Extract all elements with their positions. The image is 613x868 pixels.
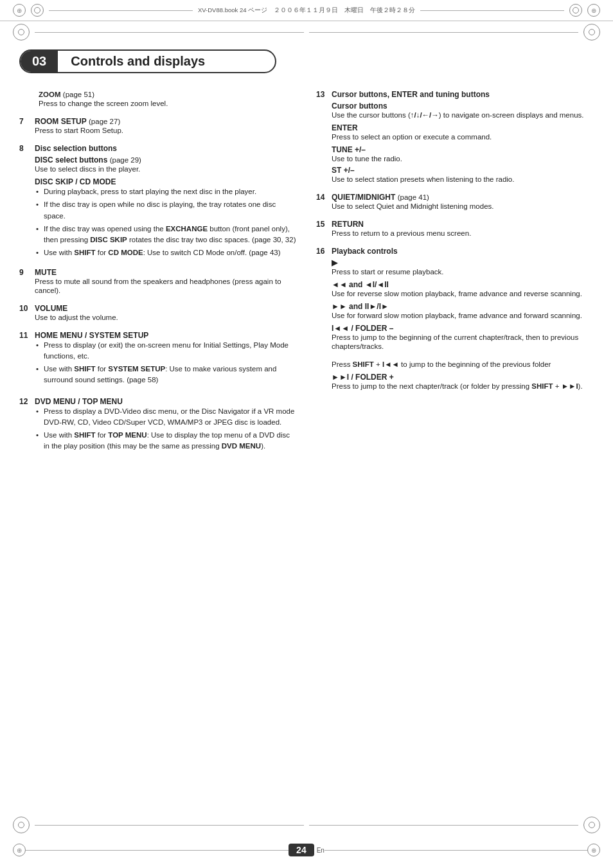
item13-label: Cursor buttons, ENTER and tuning buttons xyxy=(332,90,490,99)
disc-skip-bullet-3: If the disc tray was opened using the EX… xyxy=(35,224,297,246)
cursor-title: Cursor buttons xyxy=(332,102,387,111)
item9-number: 9 xyxy=(19,268,30,295)
header-line-left xyxy=(49,10,193,11)
item11-section: 11 HOME MENU / SYSTEM SETUP Press to dis… xyxy=(19,331,297,388)
page-footer: ⊕ 24 En ⊕ xyxy=(0,844,613,856)
item7-section: 7 ROOM SETUP (page 27) Press to start Ro… xyxy=(19,117,297,135)
chapter-header: 03 Controls and displays xyxy=(19,49,276,73)
item16-subsections: ▶ Press to start or resume playback. ◄◄ … xyxy=(332,258,594,391)
header-file-info: XV-DV88.book 24 ページ ２００６年１１月９日 木曜日 午後２時２… xyxy=(198,6,415,15)
st-subsection: ST +/– Use to select station presets whe… xyxy=(332,166,594,184)
tune-description: Use to tune the radio. xyxy=(332,155,402,163)
chapter-title: Controls and displays xyxy=(58,51,218,72)
right-column: 13 Cursor buttons, ENTER and tuning butt… xyxy=(316,90,594,463)
play-description: Press to start or resume playback. xyxy=(332,268,443,276)
enter-title: ENTER xyxy=(332,123,358,132)
rew-subsection: ◄◄ and ◄I/◄II Use for reverse slow motio… xyxy=(332,280,594,298)
item13-section: 13 Cursor buttons, ENTER and tuning butt… xyxy=(316,90,594,184)
item12-bullets: Press to display a DVD-Video disc menu, … xyxy=(35,406,297,452)
st-title: ST +/– xyxy=(332,166,355,175)
item16-label: Playback controls xyxy=(332,247,398,256)
fwd-symbol: ►► and II►/I► xyxy=(332,302,389,311)
item9-description: Press to mute all sound from the speaker… xyxy=(35,278,281,294)
page-header: ⊕ XV-DV88.book 24 ページ ２００６年１１月９日 木曜日 午後２… xyxy=(0,0,613,21)
item15-description: Press to return to a previous menu scree… xyxy=(332,229,471,237)
rew-description: Use for reverse slow motion playback, fr… xyxy=(332,290,582,297)
disc-skip-title: DISC SKIP / CD MODE xyxy=(35,177,116,186)
tune-title: TUNE +/– xyxy=(332,145,366,154)
disc-select-page-ref: (page 29) xyxy=(110,156,141,164)
item12-number: 12 xyxy=(19,397,30,454)
page-number: 24 xyxy=(289,844,314,856)
disc-select-subsection: DISC select buttons (page 29) Use to sel… xyxy=(35,155,297,173)
footer-reg-right: ⊕ xyxy=(587,844,600,856)
next-description: Press to jump to the next chapter/track … xyxy=(332,382,583,390)
item14-section: 14 QUIET/MIDNIGHT (page 41) Use to selec… xyxy=(316,193,594,211)
header-reg-left: ⊕ xyxy=(13,4,26,17)
item10-section: 10 VOLUME Use to adjust the volume. xyxy=(19,304,297,322)
page-number-area: 24 En xyxy=(289,844,324,856)
item7-page-ref: (page 27) xyxy=(89,118,120,125)
rew-symbol: ◄◄ and ◄I/◄II xyxy=(332,280,389,289)
item8-section: 8 Disc selection buttons DISC select but… xyxy=(19,144,297,259)
item11-number: 11 xyxy=(19,331,30,388)
disc-skip-subsection: DISC SKIP / CD MODE During playback, pre… xyxy=(35,177,297,259)
corner-circle-topleft xyxy=(13,24,30,40)
zoom-description: Press to change the screen zoom level. xyxy=(39,100,168,107)
zoom-page-ref: (page 51) xyxy=(63,91,94,98)
item9-section: 9 MUTE Press to mute all sound from the … xyxy=(19,268,297,295)
item12-bullet-1: Press to display a DVD-Video disc menu, … xyxy=(35,406,297,429)
next-subsection: ►►I / FOLDER + Press to jump to the next… xyxy=(332,373,594,391)
left-column: ZOOM (page 51) Press to change the scree… xyxy=(19,90,297,463)
item16-section: 16 Playback controls ▶ Press to start or… xyxy=(316,247,594,391)
tune-subsection: TUNE +/– Use to tune the radio. xyxy=(332,145,594,163)
corner-circle-bottomright xyxy=(583,817,600,833)
prev-subsection: I◄◄ / FOLDER – Press to jump to the begi… xyxy=(332,324,594,369)
play-symbol: ▶ xyxy=(332,258,337,267)
chapter-number: 03 xyxy=(21,51,58,72)
item12-bullet-2: Use with SHIFT for TOP MENU: Use to disp… xyxy=(35,430,297,452)
header-line-right xyxy=(420,10,564,11)
item12-label: DVD MENU / TOP MENU xyxy=(35,397,123,406)
item16-number: 16 xyxy=(316,247,326,256)
footer-reg-left: ⊕ xyxy=(13,844,26,856)
item14-page-ref: (page 41) xyxy=(398,193,429,201)
cursor-description: Use the cursor buttons (↑/↓/←/→) to navi… xyxy=(332,111,583,119)
bottom-corner-row xyxy=(0,814,613,836)
prev-symbol: I◄◄ / FOLDER – xyxy=(332,324,393,333)
disc-select-title: DISC select buttons xyxy=(35,155,107,164)
zoom-section: ZOOM (page 51) Press to change the scree… xyxy=(19,90,297,108)
item11-label: HOME MENU / SYSTEM SETUP xyxy=(35,331,148,340)
disc-skip-bullets: During playback, press to start playing … xyxy=(35,186,297,259)
cursor-subsection: Cursor buttons Use the cursor buttons (↑… xyxy=(332,102,594,120)
item11-bullet-2: Use with SHIFT for SYSTEM SETUP: Use to … xyxy=(35,364,297,386)
prev-desc1: Press to jump to the beginning of the cu… xyxy=(332,333,578,350)
item10-label: VOLUME xyxy=(35,304,67,313)
disc-skip-bullet-4: Use with SHIFT for CD MODE: Use to switc… xyxy=(35,247,297,258)
item15-section: 15 RETURN Press to return to a previous … xyxy=(316,220,594,238)
prev-desc2: Press SHIFT + I◄◄ to jump to the beginni… xyxy=(332,360,551,368)
item7-label: ROOM SETUP xyxy=(35,117,87,126)
item10-description: Use to adjust the volume. xyxy=(35,314,118,321)
item8-label: Disc selection buttons xyxy=(35,144,117,153)
corner-circle-topright xyxy=(583,24,600,40)
play-subsection: ▶ Press to start or resume playback. xyxy=(332,258,594,276)
header-circle-right xyxy=(569,4,582,17)
disc-skip-bullet-2: If the disc tray is open while no disc i… xyxy=(35,199,297,222)
page-language: En xyxy=(317,847,324,854)
fwd-subsection: ►► and II►/I► Use for forward slow motio… xyxy=(332,302,594,320)
item15-number: 15 xyxy=(316,220,326,238)
item13-subsections: Cursor buttons Use the cursor buttons (↑… xyxy=(332,102,594,184)
item9-label: MUTE xyxy=(35,268,57,277)
item8-number: 8 xyxy=(19,144,30,153)
st-description: Use to select station presets when liste… xyxy=(332,175,514,183)
sub-header xyxy=(0,21,613,43)
item7-description: Press to start Room Setup. xyxy=(35,127,123,134)
fwd-description: Use for forward slow motion playback, fr… xyxy=(332,312,582,319)
corner-circle-bottomleft xyxy=(13,817,30,833)
item15-label: RETURN xyxy=(332,220,364,229)
item14-label: QUIET/MIDNIGHT xyxy=(332,193,395,202)
item14-number: 14 xyxy=(316,193,326,211)
disc-skip-bullet-1: During playback, press to start playing … xyxy=(35,186,297,197)
main-content: ZOOM (page 51) Press to change the scree… xyxy=(0,84,613,476)
